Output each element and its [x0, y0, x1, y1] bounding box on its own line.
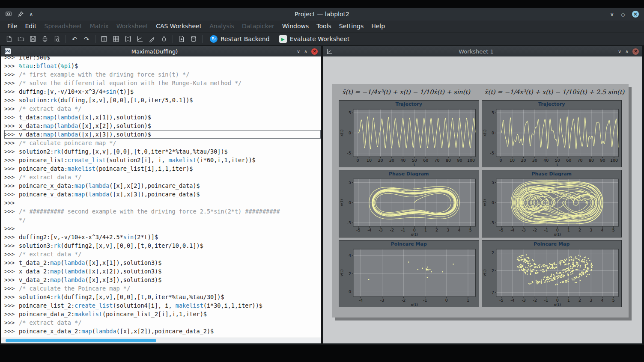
console-line: >>> /* extract data */: [4, 250, 321, 258]
import-file-button[interactable]: [176, 33, 187, 45]
color-drop-button[interactable]: [158, 33, 170, 45]
worksheet-window-titlebar[interactable]: Worksheet 1 ∨ ∧ ×: [323, 46, 642, 56]
svg-text:2: 2: [491, 250, 494, 255]
menu-tools[interactable]: Tools: [313, 21, 335, 32]
menu-worksheet: Worksheet: [113, 21, 152, 32]
window-titlebar[interactable]: ∧ Project — labplot2 ∨ ◇ ×: [0, 8, 644, 21]
new-spreadsheet-icon: [112, 35, 120, 43]
new-document-button[interactable]: [3, 33, 15, 45]
svg-text:4: 4: [601, 298, 603, 303]
menu-edit[interactable]: Edit: [21, 21, 40, 32]
datapicker-button[interactable]: [146, 33, 158, 45]
plot-trajectory-right[interactable]: Trajectory0102030405060708090100-505tx(t…: [482, 100, 622, 167]
svg-text:5: 5: [491, 110, 494, 115]
restart-backend-button[interactable]: ↻ Restart Backend: [206, 33, 274, 45]
console-line: >>> poincare_list_2:create_list(solution…: [4, 301, 321, 310]
svg-text:40: 40: [543, 158, 549, 163]
console[interactable]: >>> iter:500$>>> %tau:bfloat(%pi)$>>> /*…: [1, 56, 321, 338]
open-folder-button[interactable]: [15, 33, 27, 45]
svg-text:40: 40: [400, 158, 405, 163]
svg-text:x(t): x(t): [554, 302, 561, 307]
minimize-icon[interactable]: ∨: [297, 49, 300, 54]
console-line: >>>: [4, 199, 321, 207]
console-line: >>> /* calculate poincare map */: [4, 139, 321, 147]
console-line: >>> poincare_data:makelist(poincare_list…: [4, 164, 321, 173]
menu-help[interactable]: Help: [367, 21, 389, 32]
screen-edge-top: [0, 0, 644, 8]
svg-text:3: 3: [590, 228, 592, 232]
console-prompt: >>>: [4, 301, 19, 310]
plot-phase-diagram-left[interactable]: Phase Diagram-5-4-3-2-1012345-505x(t)v(t…: [339, 170, 479, 237]
evaluate-worksheet-label: Evaluate Worksheet: [290, 36, 350, 42]
maximize-icon[interactable]: ◇: [621, 12, 625, 17]
console-prompt: >>>: [4, 207, 19, 216]
svg-text:2: 2: [578, 298, 581, 303]
import-sql-button[interactable]: [188, 33, 199, 45]
menu-settings[interactable]: Settings: [335, 21, 367, 32]
svg-text:1: 1: [467, 298, 469, 303]
console-line: >>> %tau:bfloat(%pi)$: [4, 62, 321, 70]
console-prompt: >>>: [4, 276, 19, 284]
svg-text:-2: -2: [490, 268, 494, 273]
undo-button[interactable]: ↶: [69, 33, 80, 45]
equation-label-left: ẍ(t) = −1/4x³(t) + x(t) − 1/10ẋ(t) + sin…: [332, 89, 480, 95]
svg-text:0: 0: [357, 158, 359, 163]
plot-trajectory-left[interactable]: Trajectory0102030405060708090100-505tx(t…: [339, 100, 479, 167]
print-preview-icon: [53, 35, 61, 43]
scrollbar-thumb[interactable]: [6, 339, 156, 342]
svg-text:-7: -7: [490, 290, 494, 295]
datapicker-icon: [148, 35, 156, 43]
redo-button[interactable]: ↷: [81, 33, 92, 45]
maxima-window-titlebar[interactable]: Maxima(Duffing) ∨ ∧ ×: [1, 46, 321, 56]
menu-windows[interactable]: Windows: [278, 21, 313, 32]
svg-text:-1: -1: [544, 228, 548, 232]
print-icon: [41, 35, 49, 43]
plot-poincare-map-right[interactable]: Poincare Map-5-4-3-2-10123452-2-7x(t)v(t…: [482, 240, 622, 307]
close-icon[interactable]: ×: [632, 48, 639, 55]
new-spreadsheet-button[interactable]: [110, 33, 122, 45]
console-prompt: >>>: [4, 70, 19, 79]
print-button[interactable]: [39, 33, 51, 45]
console-prompt: >>>: [4, 284, 19, 293]
menu-cas-worksheet[interactable]: CAS Worksheet: [152, 21, 206, 32]
evaluate-worksheet-button[interactable]: ▶ Evaluate Worksheet: [275, 33, 354, 45]
new-worksheet-button[interactable]: [134, 33, 146, 45]
console-line: >>> v_data:map(lambda([x],x[3]),solution…: [4, 130, 321, 139]
worksheet-view[interactable]: ẍ(t) = −1/4x³(t) + x(t) − 1/10ẋ(t) + sin…: [323, 56, 642, 343]
print-preview-button[interactable]: [51, 33, 63, 45]
close-icon[interactable]: ×: [311, 48, 318, 55]
minimize-icon[interactable]: ∨: [610, 12, 614, 17]
console-prompt: >>>: [4, 122, 19, 130]
close-icon[interactable]: ×: [632, 11, 639, 18]
console-prompt: >>>: [4, 233, 19, 241]
menu-matrix: Matrix: [86, 21, 113, 32]
new-workbook-button[interactable]: [98, 33, 110, 45]
svg-text:2: 2: [578, 228, 581, 232]
plot-phase-diagram-right[interactable]: Phase Diagram-5-4-3-2-1012345-505x(t)v(t…: [482, 170, 622, 237]
plot-poincare-map-left[interactable]: Poincare Map-4-3-2-101024x(t)v(t): [339, 240, 479, 307]
svg-text:v(t): v(t): [339, 199, 344, 207]
svg-text:5: 5: [349, 180, 351, 185]
new-matrix-button[interactable]: [122, 33, 134, 45]
toolbar-icon-group: ↶↷: [3, 33, 205, 45]
horizontal-scrollbar[interactable]: [1, 338, 321, 343]
menu-file[interactable]: File: [3, 21, 21, 32]
redo-icon: ↷: [84, 36, 89, 42]
console-line: >>> poincare_x_data:map(lambda([x],x[2])…: [4, 181, 321, 190]
shade-icon[interactable]: ∧: [304, 49, 307, 54]
shade-window-icon[interactable]: ∧: [29, 12, 33, 17]
svg-text:x(t): x(t): [411, 232, 418, 237]
minimize-icon[interactable]: ∨: [618, 49, 621, 54]
maxima-window-title: Maxima(Duffing): [18, 48, 291, 55]
console-line: >>> /* ########## second example with th…: [4, 207, 321, 216]
console-line: >>> /* solve the differential equation w…: [4, 79, 321, 87]
console-prompt: >>>: [4, 293, 19, 301]
console-prompt: >>>: [4, 190, 19, 199]
svg-text:-5: -5: [499, 228, 503, 232]
new-matrix-icon: [124, 35, 132, 43]
shade-icon[interactable]: ∧: [625, 49, 629, 54]
svg-text:20: 20: [521, 158, 526, 163]
save-button[interactable]: [27, 33, 39, 45]
pin-icon[interactable]: [17, 11, 24, 18]
window-title: Project — labplot2: [0, 11, 644, 18]
